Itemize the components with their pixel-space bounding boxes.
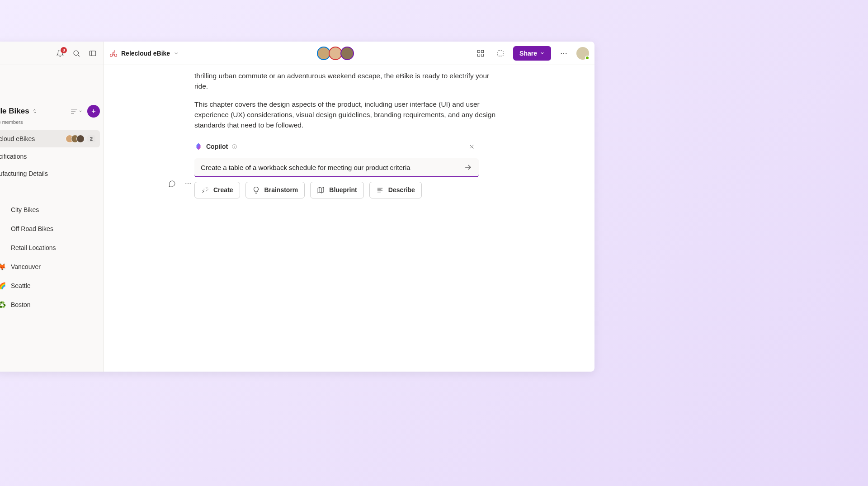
sidebar-item-label: nufacturing Details [0, 170, 95, 177]
map-icon [317, 186, 325, 194]
workspace-members-label: ce members [0, 119, 104, 130]
share-button[interactable]: Share [513, 46, 551, 61]
copilot-submit-button[interactable] [463, 163, 472, 172]
more-margin-button[interactable] [181, 176, 195, 191]
svg-point-10 [563, 52, 564, 53]
chip-describe[interactable]: Describe [369, 182, 422, 198]
emoji-icon [0, 224, 6, 233]
emoji-icon [0, 243, 6, 252]
svg-rect-4 [477, 50, 480, 52]
sidebar-toolbar: 8 [0, 42, 104, 65]
more-button[interactable] [557, 46, 571, 61]
add-button[interactable] [87, 105, 100, 118]
copilot-icon [194, 142, 203, 151]
copilot-input[interactable] [201, 164, 459, 171]
sidebar: 8 ble Bikes [0, 42, 104, 372]
svg-point-14 [188, 183, 189, 184]
copilot-close-button[interactable] [464, 139, 479, 154]
close-icon [468, 143, 475, 150]
svg-point-2 [110, 54, 113, 56]
info-icon[interactable] [231, 144, 237, 150]
share-label: Share [519, 50, 537, 57]
sidebar-item-label: Retail Locations [11, 244, 56, 251]
sidebar-item-label: ecloud eBikes [0, 135, 66, 142]
chevron-updown-icon [32, 109, 38, 114]
notifications-button[interactable]: 8 [53, 46, 67, 61]
apps-button[interactable] [473, 46, 488, 61]
emoji-icon: 🦊 [0, 262, 6, 271]
bulb-icon [252, 186, 260, 194]
profile-avatar[interactable] [576, 47, 589, 60]
list-lines-icon [376, 186, 384, 194]
sidebar-item-seattle[interactable]: 🌈 Seattle [0, 277, 100, 295]
sidebar-item-manufacturing[interactable]: nufacturing Details [0, 165, 100, 182]
svg-rect-1 [90, 51, 96, 56]
sidebar-item-vancouver[interactable]: 🦊 Vancouver [0, 258, 100, 276]
topbar: Relecloud eBike [104, 42, 594, 65]
chevron-down-icon [540, 51, 545, 56]
sidebar-item-offroad[interactable]: Off Road Bikes [0, 220, 100, 238]
presence-avatars[interactable] [317, 47, 354, 60]
workspace-header: ble Bikes [0, 101, 104, 119]
breadcrumb[interactable]: Relecloud eBike [109, 49, 179, 57]
emoji-icon: 🌈 [0, 281, 6, 290]
more-icon [184, 180, 192, 187]
svg-point-11 [566, 52, 566, 53]
comment-button[interactable] [165, 176, 179, 191]
comment-icon [168, 180, 176, 188]
chip-label: Describe [388, 185, 415, 195]
paragraph: thrilling urban commute or an adventurou… [194, 71, 504, 92]
search-button[interactable] [69, 46, 84, 61]
chevron-down-icon [174, 51, 179, 56]
workspace-title[interactable]: ble Bikes [0, 107, 38, 116]
panel-toggle-button[interactable] [85, 46, 100, 61]
sidebar-item-label: ecifications [0, 153, 95, 160]
search-icon [72, 49, 80, 57]
svg-point-13 [185, 183, 186, 184]
unread-count: 2 [87, 135, 95, 142]
content-area: Relecloud eBike [104, 42, 594, 372]
svg-point-9 [561, 52, 562, 53]
sidebar-item-ebikes[interactable]: ecloud eBikes 2 [0, 130, 100, 147]
notifications-badge: 8 [61, 47, 67, 53]
margin-actions [165, 176, 195, 191]
panel-icon [89, 49, 97, 57]
sidebar-item-retail[interactable]: Retail Locations [0, 239, 100, 257]
sidebar-item-city-bikes[interactable]: City Bikes [0, 201, 100, 219]
more-icon [560, 49, 568, 57]
grid-icon [476, 49, 485, 57]
sidebar-item-label: City Bikes [11, 206, 39, 213]
chip-blueprint[interactable]: Blueprint [310, 182, 363, 198]
chevron-down-icon [78, 109, 83, 113]
sidebar-item-boston[interactable]: ♻️ Boston [0, 296, 100, 314]
arrow-right-icon [463, 163, 472, 172]
chip-label: Blueprint [329, 185, 357, 195]
copilot-input-wrap [194, 158, 479, 177]
copilot-title: Copilot [194, 142, 237, 151]
paragraph: This chapter covers the design aspects o… [194, 99, 504, 131]
sort-button[interactable] [68, 105, 85, 117]
plus-icon [90, 108, 97, 114]
status-indicator [585, 56, 590, 60]
avatar [76, 135, 85, 143]
wand-icon [201, 186, 209, 194]
emoji-icon: ♻️ [0, 300, 6, 309]
avatar [340, 47, 354, 60]
emoji-icon [0, 205, 6, 214]
sync-icon [496, 49, 505, 57]
svg-point-3 [114, 54, 117, 56]
chip-create[interactable]: Create [194, 182, 240, 198]
list-icon [70, 107, 78, 115]
sidebar-item-specifications[interactable]: ecifications [0, 148, 100, 165]
app-window: 8 ble Bikes [0, 42, 594, 372]
bike-icon [109, 49, 118, 57]
svg-rect-7 [481, 54, 484, 56]
sync-button[interactable] [493, 46, 508, 61]
sidebar-item-label: Off Road Bikes [11, 225, 53, 232]
sidebar-item-label: Boston [11, 301, 31, 308]
chip-brainstorm[interactable]: Brainstorm [245, 182, 305, 198]
copilot-panel: Copilot [194, 137, 479, 198]
svg-rect-6 [477, 54, 480, 56]
workspace-title-text: ble Bikes [0, 107, 29, 116]
svg-rect-5 [481, 50, 484, 52]
